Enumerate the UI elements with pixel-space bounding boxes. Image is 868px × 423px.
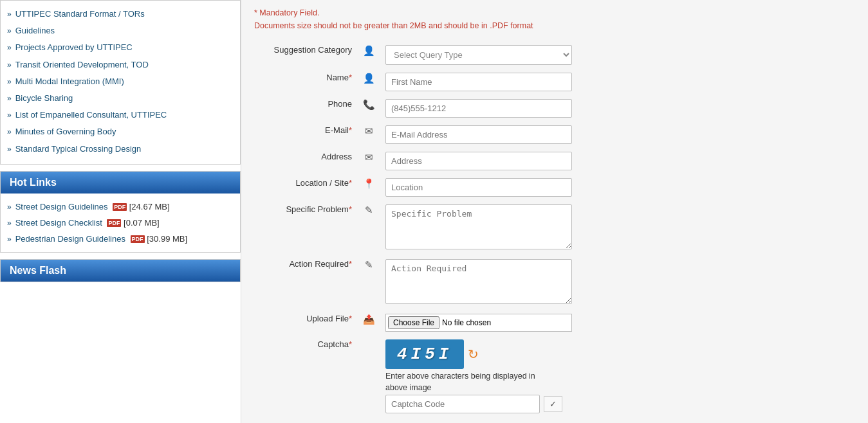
chevron-icon: » [7, 203, 12, 212]
label-upload-file: Upload File* [254, 310, 357, 336]
captcha-submit-icon[interactable]: ✓ [544, 396, 562, 412]
email-icon: ✉ [365, 125, 373, 136]
icon-cell-address: ✉ [357, 148, 380, 174]
pdf-icon: PDF [107, 219, 121, 227]
chevron-icon: » [7, 144, 12, 155]
captcha-input[interactable] [385, 395, 540, 413]
sidebar-link-consultant[interactable]: List of Empanelled Consultant, UTTIPEC [15, 109, 167, 121]
sidebar-link-guidelines[interactable]: Guidelines [15, 25, 55, 37]
label-email: E-Mail* [254, 122, 357, 148]
required-asterisk: * [349, 73, 352, 82]
captcha-display-row: 4I5I ↻ [385, 339, 850, 369]
hotlink-size-1: [0.07 MB] [124, 218, 160, 228]
required-asterisk: * [349, 204, 352, 214]
label-phone: Phone [254, 95, 357, 122]
hotlink-street-design[interactable]: Street Design Guidelines [15, 202, 108, 212]
sidebar-link-minutes[interactable]: Minutes of Governing Body [15, 126, 116, 138]
input-cell-address [380, 148, 855, 174]
file-input[interactable] [385, 314, 572, 332]
hotlinks-section: Hot Links » Street Design Guidelines PDF… [0, 171, 241, 253]
hotlink-pedestrian[interactable]: Pedestrian Design Guidelines [15, 234, 125, 244]
row-specific-problem: Specific Problem* ✎ [254, 201, 855, 255]
notice-line2: Documents size should not be greater tha… [254, 19, 855, 32]
chevron-icon: » [7, 235, 12, 244]
hotlink-size-0: [24.67 MB] [129, 202, 170, 212]
phone-icon: 📞 [363, 99, 375, 110]
chevron-icon: » [7, 110, 12, 121]
location-input[interactable] [385, 178, 572, 197]
sidebar-link-bicycle[interactable]: Bicycle Sharing [15, 93, 73, 104]
sidebar-item-crossing[interactable]: » Standard Typical Crossing Design [7, 141, 234, 158]
input-cell-location [380, 174, 855, 201]
sidebar-link-mmi[interactable]: Multi Modal Integration (MMI) [15, 76, 124, 87]
chevron-icon: » [7, 93, 12, 104]
person-icon: 👤 [363, 73, 375, 84]
captcha-instruction-line1: Enter above characters being displayed i… [385, 372, 850, 381]
icon-cell-phone: 📞 [357, 95, 380, 122]
upload-icon: 📤 [363, 314, 375, 325]
label-action-required: Action Required* [254, 255, 357, 310]
hotlink-size-2: [30.99 MB] [147, 234, 187, 244]
sidebar-item-guidelines[interactable]: » Guidelines [7, 22, 234, 39]
input-cell-captcha: 4I5I ↻ Enter above characters being disp… [380, 336, 855, 417]
captcha-text: 4I5I [397, 345, 452, 364]
hotlink-item-sdc[interactable]: » Street Design Checklist PDF [0.07 MB] [7, 215, 234, 231]
sidebar-link-uttipec[interactable]: UTTIPEC Standard Format / TORs [15, 8, 145, 20]
input-cell-email [380, 122, 855, 148]
sidebar-item-minutes[interactable]: » Minutes of Governing Body [7, 123, 234, 140]
input-cell-specific-problem [380, 201, 855, 255]
sidebar-item-tod[interactable]: » Transit Oriented Development, TOD [7, 57, 234, 73]
chevron-icon: » [7, 42, 12, 53]
suggestion-form: Suggestion Category 👤 Select Query Type … [254, 41, 855, 417]
notice-line1: * Mandatory Field. [254, 6, 855, 19]
notice-box: * Mandatory Field. Documents size should… [254, 6, 855, 32]
row-upload-file: Upload File* 📤 [254, 310, 855, 336]
sidebar-item-consultant[interactable]: » List of Empanelled Consultant, UTTIPEC [7, 107, 234, 123]
label-suggestion-category: Suggestion Category [254, 41, 357, 69]
hotlinks-content: » Street Design Guidelines PDF [24.67 MB… [1, 194, 240, 252]
hotlink-street-checklist[interactable]: Street Design Checklist [15, 218, 102, 228]
captcha-refresh-button[interactable]: ↻ [468, 346, 479, 362]
sidebar-item-uttipec[interactable]: » UTTIPEC Standard Format / TORs [7, 6, 234, 22]
input-cell-name [380, 69, 855, 95]
pencil-icon: ✎ [365, 259, 373, 270]
label-location: Location / Site* [254, 174, 357, 201]
row-address: Address ✉ [254, 148, 855, 174]
address-input[interactable] [385, 152, 572, 170]
sidebar-item-projects[interactable]: » Projects Approved by UTTIPEC [7, 39, 234, 56]
row-phone: Phone 📞 [254, 95, 855, 122]
specific-problem-textarea[interactable] [385, 204, 572, 249]
input-cell-upload [380, 310, 855, 336]
label-address: Address [254, 148, 357, 174]
hotlink-item-sdg[interactable]: » Street Design Guidelines PDF [24.67 MB… [7, 199, 234, 215]
sidebar-link-tod[interactable]: Transit Oriented Development, TOD [15, 59, 149, 71]
sidebar-item-mmi[interactable]: » Multi Modal Integration (MMI) [7, 73, 234, 90]
action-required-textarea[interactable] [385, 259, 572, 304]
name-input[interactable] [385, 73, 572, 91]
icon-cell-email: ✉ [357, 122, 380, 148]
envelope-icon: ✉ [365, 152, 373, 163]
chevron-icon: » [7, 76, 12, 87]
icon-cell-category: 👤 [357, 41, 380, 69]
input-cell-action-required [380, 255, 855, 310]
main-content: * Mandatory Field. Documents size should… [241, 0, 868, 423]
required-asterisk: * [349, 314, 352, 323]
sidebar: » UTTIPEC Standard Format / TORs » Guide… [0, 0, 241, 423]
chevron-icon: » [7, 60, 12, 71]
icon-cell-upload: 📤 [357, 310, 380, 336]
hotlink-item-pdg[interactable]: » Pedestrian Design Guidelines PDF [30.9… [7, 231, 234, 247]
chevron-icon: » [7, 127, 12, 138]
icon-cell-location: 📍 [357, 174, 380, 201]
hotlinks-title: Hot Links [1, 172, 240, 194]
pencil-icon: ✎ [365, 204, 373, 215]
email-input[interactable] [385, 125, 572, 144]
newsflash-title: News Flash [1, 260, 240, 282]
input-cell-phone [380, 95, 855, 122]
sidebar-item-bicycle[interactable]: » Bicycle Sharing [7, 90, 234, 107]
person-icon: 👤 [363, 45, 375, 56]
suggestion-category-select[interactable]: Select Query Type General Inquiry Techni… [385, 45, 572, 65]
phone-input[interactable] [385, 99, 572, 118]
row-action-required: Action Required* ✎ [254, 255, 855, 310]
sidebar-link-crossing[interactable]: Standard Typical Crossing Design [15, 143, 142, 155]
sidebar-link-projects[interactable]: Projects Approved by UTTIPEC [15, 42, 133, 53]
